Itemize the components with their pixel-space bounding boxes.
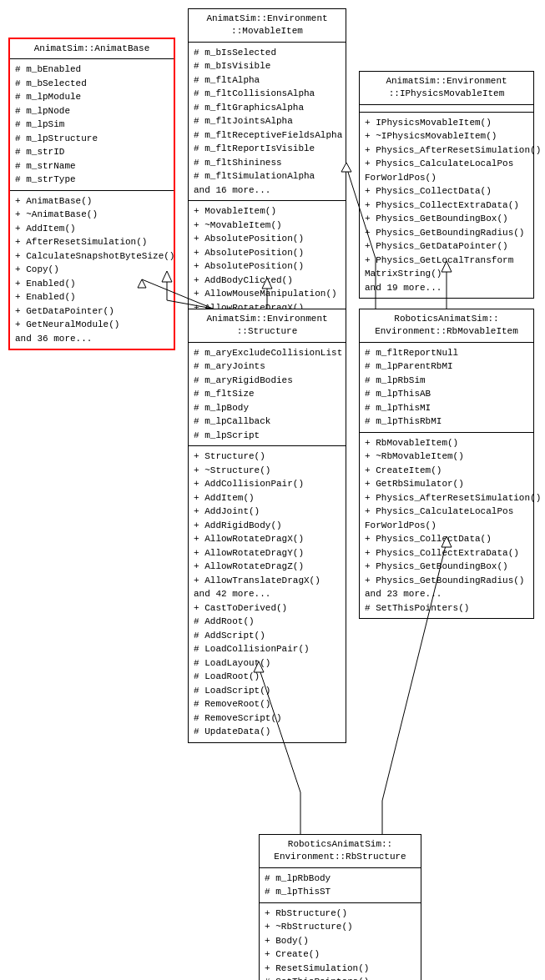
- structure-box: AnimatSim::Environment::Structure # m_ar…: [188, 309, 346, 743]
- animat-base-fields: # m_bEnabled # m_bSelected # m_lpModule …: [10, 59, 174, 191]
- diagram-container: AnimatSim::AnimatBase # m_bEnabled # m_b…: [0, 0, 545, 980]
- rb-structure-fields: # m_lpRbBody # m_lpThisST: [260, 868, 421, 903]
- rb-structure-methods: + RbStructure() + ~RbStructure() + Body(…: [260, 903, 421, 980]
- rb-movable-item-box: RoboticsAnimatSim::Environment::RbMovabl…: [359, 309, 534, 619]
- rb-movable-title: RoboticsAnimatSim::Environment::RbMovabl…: [360, 309, 533, 343]
- animat-base-title: AnimatSim::AnimatBase: [10, 39, 174, 59]
- rb-movable-fields: # m_fltReportNull # m_lpParentRbMI # m_l…: [360, 343, 533, 433]
- movable-item-title: AnimatSim::Environment::MovableItem: [189, 9, 346, 43]
- rb-movable-methods: + RbMovableItem() + ~RbMovableItem() + C…: [360, 433, 533, 619]
- rb-structure-title: RoboticsAnimatSim::Environment::RbStruct…: [260, 835, 421, 868]
- animat-base-methods: + AnimatBase() + ~AnimatBase() + AddItem…: [10, 191, 174, 349]
- structure-title: AnimatSim::Environment::Structure: [189, 309, 346, 343]
- animat-base-box: AnimatSim::AnimatBase # m_bEnabled # m_b…: [8, 38, 175, 350]
- structure-methods: + Structure() + ~Structure() + AddCollis…: [189, 446, 346, 742]
- rb-structure-box: RoboticsAnimatSim::Environment::RbStruct…: [259, 834, 421, 980]
- iphysics-methods: + IPhysicsMovableItem() + ~IPhysicsMovab…: [360, 113, 533, 299]
- movable-item-fields: # m_bIsSelected # m_bIsVisible # m_fltAl…: [189, 43, 346, 202]
- iphysics-movable-item-box: AnimatSim::Environment::IPhysicsMovableI…: [359, 71, 534, 299]
- structure-fields: # m_aryExcludeCollisionList # m_aryJoint…: [189, 343, 346, 447]
- iphysics-title: AnimatSim::Environment::IPhysicsMovableI…: [360, 72, 533, 105]
- iphysics-empty-fields: [360, 105, 533, 113]
